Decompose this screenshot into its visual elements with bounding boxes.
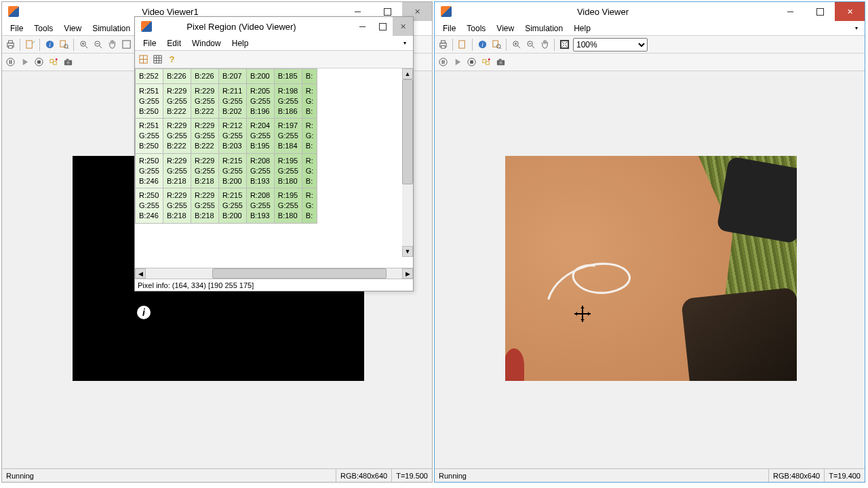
menu-view[interactable]: View <box>58 22 87 35</box>
close-button[interactable] <box>835 2 865 21</box>
pixel-cell[interactable]: R:229 G:255 B:222 <box>163 119 191 154</box>
pixel-cell[interactable]: R:205 G:255 B:196 <box>246 83 274 119</box>
play-button[interactable] <box>450 56 464 69</box>
app-icon <box>135 21 158 32</box>
info-icon[interactable]: i <box>475 38 489 52</box>
pixel-cell[interactable]: B:226 <box>163 69 191 84</box>
pixel-cell[interactable]: R:251 G:255 B:250 <box>136 83 163 119</box>
pan-icon[interactable] <box>538 38 551 52</box>
pan-icon[interactable] <box>105 38 119 52</box>
pixel-cell[interactable]: R:208 G:255 B:193 <box>246 153 274 188</box>
scroll-up-button[interactable]: ▲ <box>402 68 413 79</box>
pixel-cell[interactable]: R:229 G:255 B:218 <box>163 188 191 224</box>
zoomin-icon[interactable] <box>77 38 90 52</box>
pixgrid-b-icon[interactable] <box>151 53 164 66</box>
menu-file[interactable]: File <box>437 22 461 35</box>
pixel-cell[interactable]: R: G: B: <box>302 188 317 224</box>
scroll-thumb[interactable] <box>402 79 413 184</box>
pixel-cell[interactable]: R:197 G:255 B:184 <box>274 119 302 154</box>
scroll-left-button[interactable]: ◀ <box>135 268 146 279</box>
pixel-cell[interactable]: R:229 G:255 B:218 <box>163 153 191 188</box>
pixel-cell[interactable]: B:185 <box>274 69 302 84</box>
pixel-cell[interactable]: B:226 <box>191 69 218 84</box>
titlebar-right[interactable]: Video Viewer <box>435 2 865 21</box>
pixel-cell[interactable]: B: <box>302 69 317 84</box>
minimize-button[interactable] <box>775 2 805 21</box>
menu-overflow-icon[interactable]: ▾ <box>850 24 862 33</box>
snapshot-icon[interactable] <box>61 56 75 69</box>
pause-button[interactable] <box>436 56 450 69</box>
pixel-cell[interactable]: R:195 G:255 B:180 <box>274 188 302 224</box>
snapshot-icon[interactable] <box>494 56 507 69</box>
newfig-icon[interactable] <box>456 38 469 52</box>
print-icon[interactable] <box>3 38 17 52</box>
maximize-button[interactable] <box>372 17 393 36</box>
menu-help[interactable]: Help <box>568 22 596 35</box>
inspect-icon[interactable] <box>490 38 503 52</box>
pixel-cell[interactable]: B:207 <box>218 69 246 84</box>
newfig-icon[interactable] <box>23 38 37 52</box>
pixel-cell[interactable]: R:198 G:255 B:186 <box>274 83 302 119</box>
pixel-grid[interactable]: B:252B:226B:226B:207B:200B:185B:R:251 G:… <box>135 68 413 268</box>
menu-window[interactable]: Window <box>186 37 226 49</box>
pixel-cell[interactable]: R:215 G:255 B:200 <box>218 153 246 188</box>
titlebar-pixelregion[interactable]: Pixel Region (Video Viewer) <box>135 17 413 36</box>
stop-button[interactable] <box>465 56 478 69</box>
menu-simulation[interactable]: Simulation <box>87 22 136 35</box>
step-icon[interactable] <box>47 56 60 69</box>
svg-point-55 <box>499 61 502 64</box>
pixel-cell[interactable]: R:211 G:255 B:202 <box>218 83 246 119</box>
menu-simulation[interactable]: Simulation <box>519 22 568 35</box>
pixgrid-a-icon[interactable] <box>136 53 150 66</box>
zoom-select[interactable]: 100% <box>573 38 648 52</box>
menu-file[interactable]: File <box>138 37 161 49</box>
horizontal-scrollbar[interactable]: ◀ ▶ <box>135 268 413 279</box>
pixel-cell[interactable]: R:229 G:255 B:218 <box>191 153 218 188</box>
menu-view[interactable]: View <box>491 22 519 35</box>
pixel-cell[interactable]: R:204 G:255 B:195 <box>246 119 274 154</box>
scroll-right-button[interactable]: ▶ <box>402 268 413 279</box>
step-icon[interactable] <box>479 56 493 69</box>
pixel-cell[interactable]: R:208 G:255 B:193 <box>246 188 274 224</box>
info-icon[interactable]: i <box>43 38 56 52</box>
pixel-cell[interactable]: R:229 G:255 B:222 <box>163 83 191 119</box>
scroll-thumb[interactable] <box>212 268 387 279</box>
minimize-button[interactable] <box>352 17 372 36</box>
pixel-cell[interactable]: R: G: B: <box>302 153 317 188</box>
pixel-cell[interactable]: R:250 G:255 B:246 <box>136 188 163 224</box>
print-icon[interactable] <box>436 38 450 52</box>
menu-edit[interactable]: Edit <box>161 37 186 49</box>
pause-button[interactable] <box>3 56 17 69</box>
maximize-button[interactable] <box>805 2 835 21</box>
pixel-cell[interactable]: R:229 G:255 B:222 <box>191 119 218 154</box>
pixel-cell[interactable]: R:229 G:255 B:218 <box>191 188 218 224</box>
stop-button[interactable] <box>32 56 45 69</box>
fit-icon[interactable] <box>119 38 133 52</box>
zoomin-icon[interactable] <box>509 38 523 52</box>
scroll-down-button[interactable]: ▼ <box>402 246 413 257</box>
menu-overflow-icon[interactable]: ▾ <box>398 39 410 47</box>
pixel-cell[interactable]: R:212 G:255 B:203 <box>218 119 246 154</box>
menu-tools[interactable]: Tools <box>461 22 491 35</box>
video-canvas-right[interactable] <box>435 71 865 468</box>
vertical-scrollbar[interactable]: ▲ ▼ <box>402 68 413 257</box>
menu-help[interactable]: Help <box>226 37 254 49</box>
pixel-cell[interactable]: R:251 G:255 B:250 <box>136 119 163 154</box>
pixel-cell[interactable]: R:229 G:255 B:222 <box>191 83 218 119</box>
zoomout-icon[interactable] <box>524 38 537 52</box>
close-button[interactable] <box>393 17 413 36</box>
pixel-cell[interactable]: R:250 G:255 B:246 <box>136 153 163 188</box>
menu-tools[interactable]: Tools <box>28 22 58 35</box>
help-icon[interactable]: ? <box>165 53 178 66</box>
pixel-cell[interactable]: R:195 G:255 B:180 <box>274 153 302 188</box>
pixel-cell[interactable]: R: G: B: <box>302 119 317 154</box>
zoomout-icon[interactable] <box>91 38 104 52</box>
fit-icon[interactable] <box>557 38 571 52</box>
inspect-icon[interactable] <box>57 38 71 52</box>
pixel-cell[interactable]: R: G: B: <box>302 83 317 119</box>
pixel-cell[interactable]: R:215 G:255 B:200 <box>218 188 246 224</box>
pixel-cell[interactable]: B:200 <box>246 69 274 84</box>
pixel-cell[interactable]: B:252 <box>136 69 163 84</box>
menu-file[interactable]: File <box>5 22 28 35</box>
play-button[interactable] <box>18 56 31 69</box>
